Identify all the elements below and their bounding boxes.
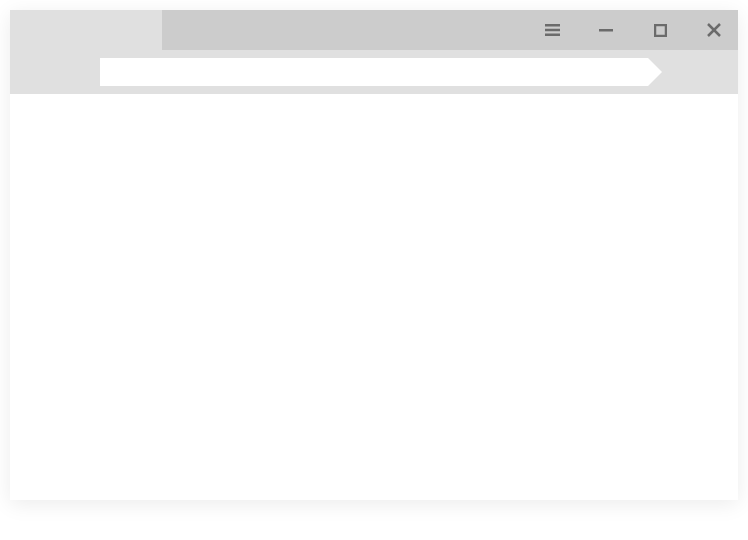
svg-rect-4 xyxy=(655,25,666,36)
maximize-button[interactable] xyxy=(652,22,668,38)
svg-rect-0 xyxy=(545,24,560,27)
titlebar[interactable] xyxy=(10,10,738,50)
close-button[interactable] xyxy=(706,22,722,38)
titlebar-controls-area xyxy=(162,10,738,50)
svg-rect-3 xyxy=(599,29,613,32)
address-go-arrow-icon[interactable] xyxy=(648,58,662,86)
menu-button[interactable] xyxy=(544,22,560,38)
svg-rect-1 xyxy=(545,29,560,32)
close-icon xyxy=(707,23,721,37)
app-window xyxy=(10,10,738,500)
svg-rect-2 xyxy=(545,34,560,37)
minimize-icon xyxy=(599,23,613,37)
address-input[interactable] xyxy=(100,58,648,86)
address-bar-container xyxy=(100,58,648,86)
content-area xyxy=(10,94,738,500)
titlebar-tab-area xyxy=(10,10,162,50)
minimize-button[interactable] xyxy=(598,22,614,38)
hamburger-icon xyxy=(545,24,560,36)
toolbar xyxy=(10,50,738,94)
maximize-icon xyxy=(654,24,667,37)
